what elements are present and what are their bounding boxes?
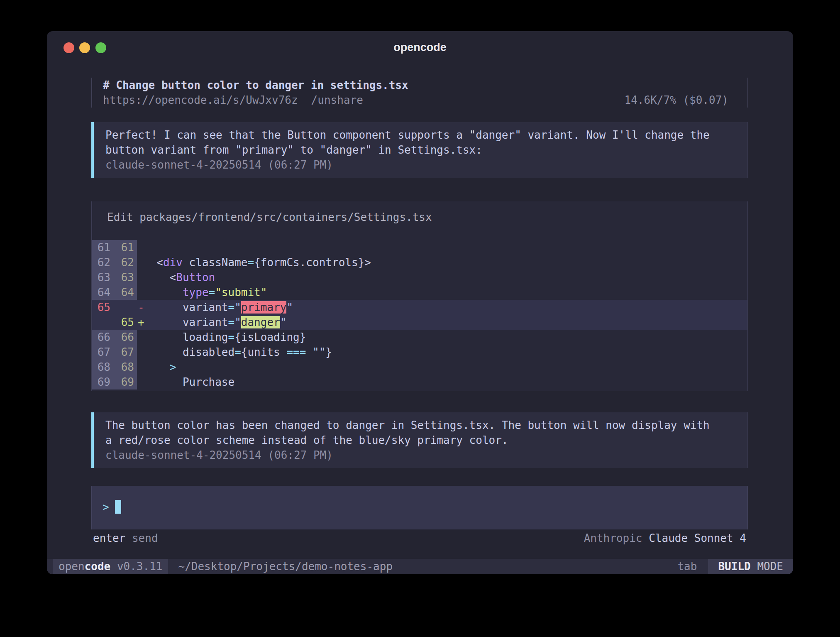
model-label: Claude Sonnet 4 — [649, 532, 746, 544]
code-token: = — [228, 316, 235, 328]
diff-rows: 61616262 <div className={formCs.controls… — [92, 240, 747, 390]
code-token: = — [228, 331, 235, 343]
mode-chip: BUILD MODE — [708, 559, 793, 574]
diff-old-line-number: 64 — [92, 285, 112, 300]
diff-code-line: <div className={formCs.controls}> — [144, 255, 747, 270]
code-token: {isLoading} — [234, 331, 306, 343]
diff-new-line-number — [112, 300, 137, 315]
code-token: {units — [241, 346, 287, 358]
diff-change-marker — [137, 255, 144, 270]
diff-change-marker — [137, 270, 144, 285]
diff-code-line: variant="primary" — [144, 300, 747, 315]
diff-row: 6262 <div className={formCs.controls}> — [92, 255, 747, 270]
code-token: loading — [144, 331, 228, 343]
diff-code-line: type="submit" — [144, 285, 747, 300]
code-token — [144, 286, 183, 299]
assistant-message: The button color has been changed to dan… — [91, 412, 748, 468]
code-token: > — [170, 361, 176, 373]
mode-name: BUILD — [718, 560, 750, 573]
edit-tool-title: Edit packages/frontend/src/containers/Se… — [107, 210, 747, 225]
prompt-caret-icon: > — [103, 501, 109, 513]
diff-old-line-number — [92, 315, 112, 330]
diff-code-line: > — [144, 360, 747, 375]
diff-old-line-number: 61 — [92, 240, 112, 255]
assistant-message: Perfect! I can see that the Button compo… — [91, 122, 748, 178]
window-title: opencode — [47, 41, 793, 54]
code-token: primary — [241, 301, 287, 314]
diff-row: 6464 type="submit" — [92, 285, 747, 300]
code-token: === — [286, 346, 306, 358]
diff-new-line-number: 63 — [112, 270, 137, 285]
diff-old-line-number: 66 — [92, 330, 112, 345]
diff-change-marker: - — [137, 300, 144, 315]
hint-row: enter send Anthropic Claude Sonnet 4 — [91, 531, 748, 546]
text-cursor — [115, 500, 121, 514]
edit-tool-card: Edit packages/frontend/src/containers/Se… — [91, 201, 748, 391]
diff-row: 65+ variant="danger" — [92, 315, 747, 330]
code-token: " — [234, 301, 241, 314]
diff-code-line — [144, 240, 747, 255]
code-token: = — [209, 286, 215, 299]
diff-row: 6666 loading={isLoading} — [92, 330, 747, 345]
code-token: " — [286, 301, 293, 314]
diff-new-line-number: 62 — [112, 255, 137, 270]
status-bar: opencode v0.3.11 ~/Desktop/Projects/demo… — [47, 559, 793, 574]
code-token: < — [144, 271, 176, 284]
diff-new-line-number: 61 — [112, 240, 137, 255]
code-token: variant — [144, 301, 228, 314]
share-url-link[interactable]: https://opencode.ai/s/UwJxv76z — [103, 94, 298, 106]
unshare-command[interactable]: /unshare — [311, 94, 363, 106]
diff-code-line: variant="danger" — [144, 315, 747, 330]
code-token: " — [234, 316, 241, 328]
provider-label: Anthropic — [584, 532, 642, 544]
diff-new-line-number: 69 — [112, 375, 137, 390]
assistant-message-meta: claude-sonnet-4-20250514 (06:27 PM) — [105, 448, 731, 463]
code-token: div — [163, 256, 183, 269]
code-token: variant — [144, 316, 228, 328]
diff-new-line-number: 64 — [112, 285, 137, 300]
window-titlebar: opencode — [47, 31, 793, 60]
app-version-chip: opencode v0.3.11 — [53, 559, 168, 574]
code-token: = — [247, 256, 254, 269]
code-token: type — [183, 286, 209, 299]
model-indicator: Anthropic Claude Sonnet 4 — [584, 531, 746, 546]
diff-change-marker — [137, 360, 144, 375]
code-token: " — [280, 316, 287, 328]
diff-row: 6363 <Button — [92, 270, 747, 285]
assistant-message-text: Perfect! I can see that the Button compo… — [105, 127, 720, 157]
code-token: danger — [241, 316, 280, 328]
opencode-window: opencode # Change button color to danger… — [47, 31, 793, 574]
mode-suffix: MODE — [751, 560, 783, 573]
diff-new-line-number: 66 — [112, 330, 137, 345]
code-token: Button — [176, 271, 215, 284]
enter-key-hint: enter — [93, 532, 125, 544]
diff-change-marker — [137, 330, 144, 345]
code-token: ""} — [306, 346, 332, 358]
app-version: v0.3.11 — [110, 560, 162, 573]
status-bar-right: tab BUILD MODE — [677, 559, 793, 574]
diff-row: 6868 > — [92, 360, 747, 375]
diff-code-line: <Button — [144, 270, 747, 285]
diff-row: 6767 disabled={units === ""} — [92, 345, 747, 360]
app-name-light: open — [59, 560, 85, 573]
diff-change-marker: + — [137, 315, 144, 330]
code-token: < — [144, 256, 163, 269]
code-token: disabled — [144, 346, 234, 358]
diff-change-marker — [137, 240, 144, 255]
diff-row: 6161 — [92, 240, 747, 255]
code-token: {formCs.controls}> — [254, 256, 371, 269]
prompt-input[interactable]: > — [91, 486, 748, 529]
send-action-label: send — [132, 532, 158, 544]
diff-change-marker — [137, 285, 144, 300]
code-token: "submit" — [215, 286, 267, 299]
diff-row: 6969 Purchase — [92, 375, 747, 390]
app-name-bold: code — [85, 560, 111, 573]
diff-old-line-number: 63 — [92, 270, 112, 285]
assistant-message-meta: claude-sonnet-4-20250514 (06:27 PM) — [105, 157, 731, 172]
diff-row: 65- variant="primary" — [92, 300, 747, 315]
working-directory: ~/Desktop/Projects/demo-notes-app — [178, 559, 393, 574]
tab-key-hint[interactable]: tab — [677, 559, 697, 574]
context-usage-stat: 14.6K/7% ($0.07) — [625, 93, 728, 108]
diff-change-marker — [137, 375, 144, 390]
diff-old-line-number: 69 — [92, 375, 112, 390]
